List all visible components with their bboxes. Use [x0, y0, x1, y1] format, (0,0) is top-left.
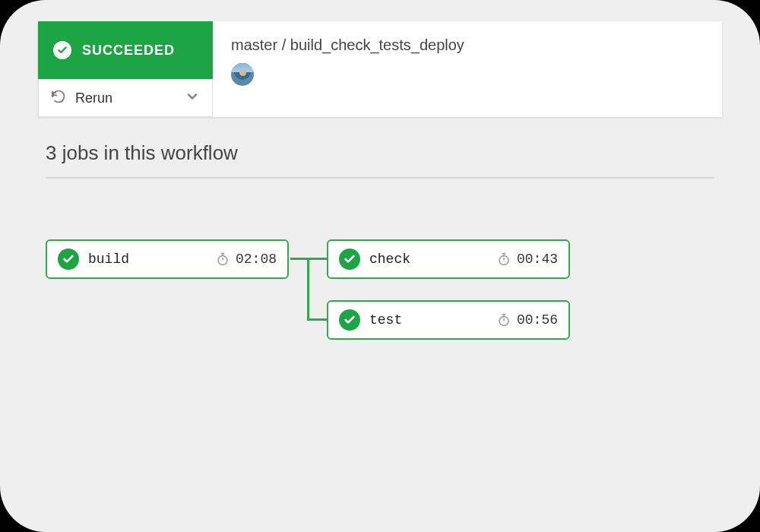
job-node-test[interactable]: test 00:56: [327, 300, 570, 340]
job-node-check[interactable]: check 00:43: [327, 239, 570, 279]
status-label: SUCCEEDED: [82, 43, 175, 59]
jobs-graph: build 02:08 check 00:43 test 00:56: [46, 239, 714, 391]
status-column: SUCCEEDED Rerun: [38, 21, 213, 117]
job-duration-value: 00:56: [517, 312, 558, 328]
job-name: check: [369, 252, 410, 267]
check-circle-icon: [339, 309, 360, 331]
job-duration-value: 00:43: [517, 252, 558, 267]
connector: [307, 260, 309, 319]
stopwatch-icon: [497, 252, 511, 266]
stopwatch-icon: [497, 313, 511, 327]
check-circle-icon: [58, 249, 79, 270]
job-duration: 00:43: [497, 252, 558, 267]
refresh-icon: [51, 89, 66, 107]
job-node-build[interactable]: build 02:08: [46, 239, 289, 279]
rerun-label: Rerun: [75, 90, 112, 106]
chevron-down-icon: [185, 89, 200, 107]
check-circle-icon: [339, 249, 360, 270]
job-duration: 02:08: [216, 252, 277, 267]
breadcrumb: master / build_check_tests_deploy: [231, 36, 704, 54]
avatar[interactable]: [231, 63, 254, 86]
connector: [307, 318, 327, 321]
job-name: build: [88, 252, 129, 267]
job-duration: 00:56: [497, 312, 558, 328]
workflow-header: SUCCEEDED Rerun master / build_check_tes…: [38, 21, 722, 117]
rerun-button[interactable]: Rerun: [38, 79, 213, 117]
section-heading: 3 jobs in this workflow: [46, 141, 714, 179]
job-name: test: [369, 312, 402, 328]
check-circle-icon: [53, 41, 71, 59]
status-badge: SUCCEEDED: [38, 21, 213, 79]
breadcrumb-column: master / build_check_tests_deploy: [213, 21, 722, 117]
job-duration-value: 02:08: [236, 252, 277, 267]
stopwatch-icon: [216, 252, 230, 266]
workflow-panel: SUCCEEDED Rerun master / build_check_tes…: [0, 0, 760, 532]
